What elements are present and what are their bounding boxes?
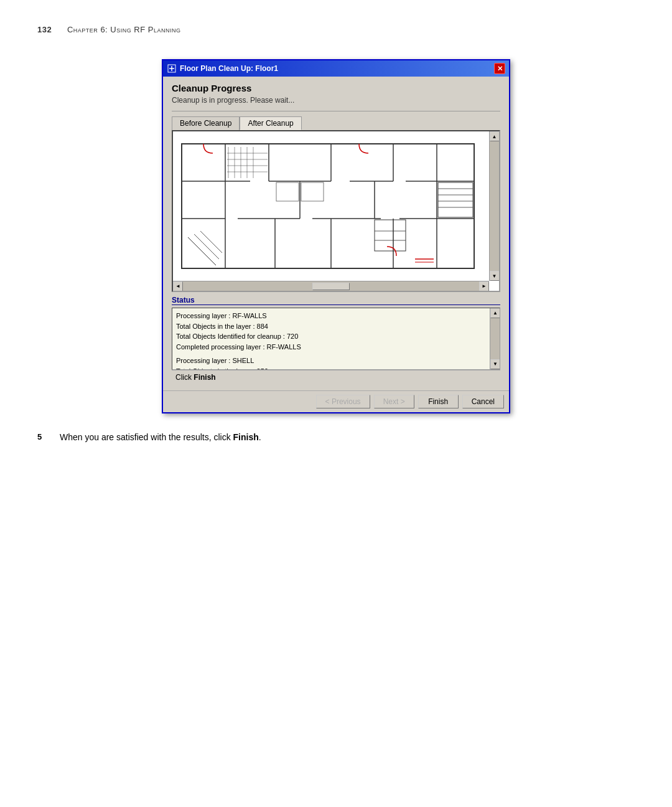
- status-line-2: Total Objects in the layer : 884: [176, 321, 496, 332]
- status-line-6: Total Objects in the layer : 956: [176, 366, 496, 370]
- click-prefix: Click: [175, 373, 194, 382]
- separator-line: [172, 111, 500, 111]
- step-5-container: 5 When you are satisfied with the result…: [37, 432, 635, 442]
- floorplan-svg: [175, 134, 487, 278]
- status-line-5: Processing layer : SHELL: [176, 356, 496, 366]
- click-finish-word: Finish: [194, 373, 215, 382]
- status-label: Status: [172, 296, 500, 305]
- status-scroll-up[interactable]: ▲: [490, 308, 500, 318]
- cleanup-progress-title: Cleanup Progress: [172, 83, 500, 93]
- dialog-icon: [167, 64, 177, 73]
- dialog-wrapper: Floor Plan Clean Up: Floor1 ✕ Cleanup Pr…: [37, 59, 635, 413]
- click-finish-bar: Click Finish: [172, 370, 500, 384]
- step-text: When you are satisfied with the results,…: [60, 432, 261, 442]
- previous-button[interactable]: < Previous: [316, 395, 370, 408]
- floor-plan-cleanup-dialog: Floor Plan Clean Up: Floor1 ✕ Cleanup Pr…: [162, 59, 510, 413]
- cancel-button[interactable]: Cancel: [462, 395, 504, 408]
- titlebar-left: Floor Plan Clean Up: Floor1: [167, 64, 278, 73]
- floorplan-scrollbar-bottom[interactable]: ◄ ►: [173, 281, 489, 291]
- cleanup-subtitle: Cleanup is in progress. Please wait...: [172, 96, 500, 105]
- scroll-down-arrow[interactable]: ▼: [490, 271, 500, 281]
- status-scroll-down[interactable]: ▼: [490, 359, 500, 369]
- step-text-suffix: .: [259, 432, 261, 442]
- dialog-buttons: < Previous Next > Finish Cancel: [163, 390, 509, 412]
- finish-button[interactable]: Finish: [418, 395, 459, 408]
- status-line-4: Completed processing layer : RF-WALLS: [176, 342, 496, 352]
- tab-before-cleanup[interactable]: Before Cleanup: [172, 116, 240, 130]
- floorplan-scrollbar-right[interactable]: ▲ ▼: [489, 131, 499, 281]
- scroll-h-track[interactable]: [183, 281, 479, 291]
- status-line-1: Processing layer : RF-WALLS: [176, 311, 496, 321]
- status-line-3: Total Objects Identified for cleanup : 7…: [176, 331, 496, 342]
- floorplan-area: ▲ ▼ ◄ ►: [172, 130, 500, 292]
- scroll-right-arrow[interactable]: ►: [479, 281, 489, 291]
- scroll-track[interactable]: [490, 141, 500, 271]
- chapter-header: 132 Chapter 6: Using RF Planning: [37, 25, 635, 34]
- scroll-up-arrow[interactable]: ▲: [490, 131, 500, 141]
- step-text-bold: Finish: [233, 432, 259, 442]
- tabs-container: Before Cleanup After Cleanup: [172, 116, 500, 130]
- status-box: Processing layer : RF-WALLS Total Object…: [172, 308, 500, 370]
- chapter-title: Chapter 6: Using RF Planning: [67, 25, 181, 34]
- dialog-titlebar: Floor Plan Clean Up: Floor1 ✕: [163, 60, 509, 77]
- tab-after-cleanup[interactable]: After Cleanup: [240, 116, 301, 130]
- status-scroll-track[interactable]: [490, 318, 500, 359]
- scroll-h-thumb[interactable]: [312, 283, 350, 290]
- status-scrollbar[interactable]: ▲ ▼: [490, 308, 500, 369]
- dialog-content: Cleanup Progress Cleanup is in progress.…: [163, 77, 509, 390]
- next-button[interactable]: Next >: [374, 395, 414, 408]
- close-button[interactable]: ✕: [494, 63, 505, 74]
- status-section: Status Processing layer : RF-WALLS Total…: [172, 296, 500, 370]
- step-number: 5: [37, 432, 50, 441]
- scroll-left-arrow[interactable]: ◄: [173, 281, 183, 291]
- chapter-number: 132: [37, 25, 52, 34]
- dialog-title: Floor Plan Clean Up: Floor1: [180, 64, 278, 73]
- step-text-prefix: When you are satisfied with the results,…: [60, 432, 233, 442]
